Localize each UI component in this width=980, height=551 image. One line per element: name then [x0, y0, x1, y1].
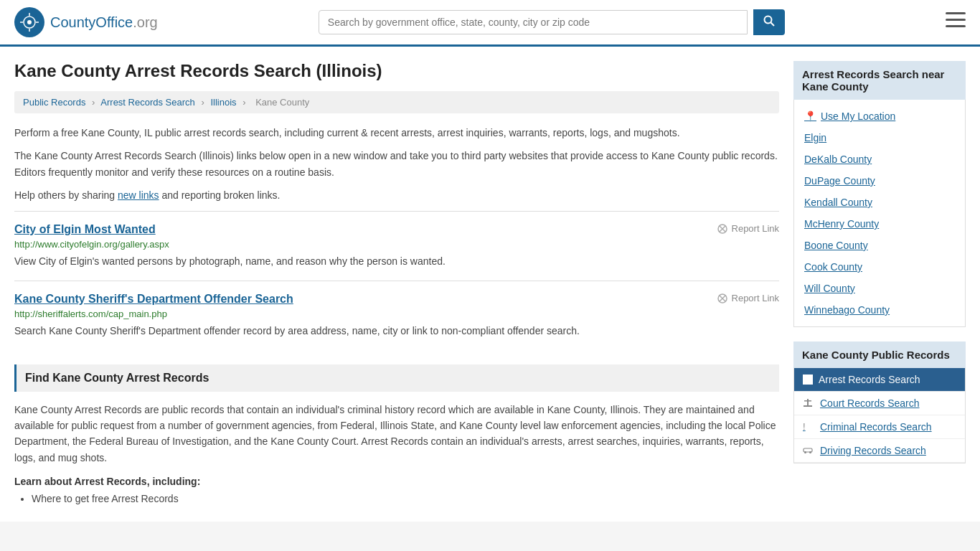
learn-list: Where to get free Arrest Records — [14, 493, 779, 504]
sidebar-rec-court-records[interactable]: Court Records Search — [794, 392, 965, 415]
result-header-2: Kane County Sheriff's Department Offende… — [14, 293, 779, 309]
criminal-records-icon: ! — [803, 421, 814, 433]
svg-point-7 — [764, 17, 771, 24]
description-3: Help others by sharing new links and rep… — [14, 187, 779, 203]
result-header-1: City of Elgin Most Wanted Report Link — [14, 223, 779, 239]
breadcrumb-arrest-records-search[interactable]: Arrest Records Search — [100, 97, 195, 108]
search-area — [319, 9, 785, 35]
new-links-link[interactable]: new links — [118, 189, 159, 201]
sidebar-link-mchenry[interactable]: McHenry County — [794, 213, 965, 235]
description-2: The Kane County Arrest Records Search (I… — [14, 148, 779, 180]
sidebar-nearby-section: Arrest Records Search near Kane County 📍… — [793, 61, 966, 327]
breadcrumb-kane-county: Kane County — [255, 97, 309, 108]
sidebar-link-winnebago[interactable]: Winnebago County — [794, 299, 965, 321]
svg-rect-20 — [804, 400, 811, 402]
sidebar: Arrest Records Search near Kane County 📍… — [793, 61, 966, 507]
location-icon: 📍 — [804, 110, 816, 122]
find-section-header: Find Kane County Arrest Records — [14, 364, 779, 392]
sidebar-link-kendall[interactable]: Kendall County — [794, 192, 965, 213]
sidebar-nearby-links: 📍 Use My Location Elgin DeKalb County Du… — [793, 100, 966, 327]
logo-area: CountyOffice.org — [14, 7, 158, 37]
result-title-1[interactable]: City of Elgin Most Wanted — [14, 223, 156, 236]
court-records-icon — [803, 397, 814, 409]
logo-icon — [14, 7, 44, 37]
arrest-records-icon — [803, 375, 813, 385]
sidebar-rec-criminal-records[interactable]: ! Criminal Records Search — [794, 415, 965, 439]
sidebar-link-dupage[interactable]: DuPage County — [794, 170, 965, 192]
logo-text: CountyOffice.org — [50, 14, 158, 31]
result-url-1[interactable]: http://www.cityofelgin.org/gallery.aspx — [14, 239, 779, 250]
breadcrumb: Public Records › Arrest Records Search ›… — [14, 91, 779, 113]
find-section-desc: Kane County Arrest Records are public re… — [14, 402, 779, 466]
sidebar-link-cook[interactable]: Cook County — [794, 256, 965, 278]
result-card-2: Kane County Sheriff's Department Offende… — [14, 281, 779, 350]
learn-title: Learn about Arrest Records, including: — [14, 476, 779, 487]
sidebar-link-boone[interactable]: Boone County — [794, 235, 965, 256]
page-title: Kane County Arrest Records Search (Illin… — [14, 61, 779, 81]
svg-point-2 — [27, 20, 32, 24]
sidebar-rec-driving-records[interactable]: Driving Records Search — [794, 439, 965, 463]
svg-rect-18 — [804, 405, 812, 407]
result-desc-2: Search Kane County Sheriff's Department … — [14, 324, 779, 339]
svg-rect-10 — [946, 19, 966, 21]
main-container: Kane County Arrest Records Search (Illin… — [0, 47, 980, 522]
report-link-1[interactable]: Report Link — [717, 223, 779, 235]
result-desc-1: View City of Elgin's wanted persons by p… — [14, 254, 779, 269]
sidebar-link-dekalb[interactable]: DeKalb County — [794, 149, 965, 170]
sidebar-link-will[interactable]: Will County — [794, 278, 965, 299]
result-title-2[interactable]: Kane County Sheriff's Department Offende… — [14, 293, 293, 306]
menu-button[interactable] — [946, 12, 966, 32]
breadcrumb-public-records[interactable]: Public Records — [23, 97, 85, 108]
svg-point-22 — [804, 451, 806, 453]
sidebar-use-my-location[interactable]: 📍 Use My Location — [794, 105, 965, 127]
content-area: Kane County Arrest Records Search (Illin… — [14, 61, 779, 507]
sidebar-pubrecords-title: Kane County Public Records — [793, 342, 966, 368]
svg-point-23 — [809, 451, 811, 453]
sidebar-public-records-section: Kane County Public Records Arrest Record… — [793, 342, 966, 463]
driving-records-icon — [803, 445, 814, 456]
find-section-title: Find Kane County Arrest Records — [25, 372, 771, 385]
svg-rect-9 — [946, 12, 966, 14]
breadcrumb-illinois[interactable]: Illinois — [210, 97, 236, 108]
list-item: Where to get free Arrest Records — [32, 493, 779, 504]
result-url-2[interactable]: http://sheriffalerts.com/cap_main.php — [14, 309, 779, 319]
description-1: Perform a free Kane County, IL public ar… — [14, 125, 779, 141]
result-card-1: City of Elgin Most Wanted Report Link ht… — [14, 211, 779, 281]
sidebar-pubrecords-links: Arrest Records Search Court Records Sear… — [793, 368, 966, 463]
sidebar-nearby-title: Arrest Records Search near Kane County — [793, 61, 966, 100]
sidebar-rec-arrest-records[interactable]: Arrest Records Search — [794, 368, 965, 392]
sidebar-link-elgin[interactable]: Elgin — [794, 127, 965, 149]
search-button[interactable] — [753, 9, 785, 35]
report-link-2[interactable]: Report Link — [717, 293, 779, 304]
svg-line-8 — [771, 23, 774, 27]
search-input[interactable] — [319, 10, 748, 34]
svg-rect-19 — [807, 399, 809, 405]
svg-rect-11 — [946, 25, 966, 27]
header: CountyOffice.org — [0, 0, 980, 47]
